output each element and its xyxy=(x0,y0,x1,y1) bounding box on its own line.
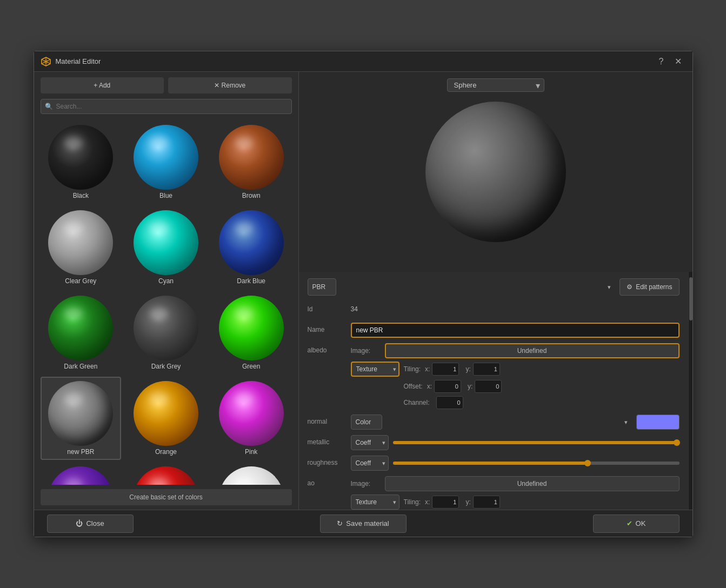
ok-button[interactable]: ✔ OK xyxy=(593,514,680,533)
material-sphere-blue xyxy=(134,125,198,190)
material-label-blue: Blue xyxy=(159,192,172,199)
name-label: Name xyxy=(308,323,351,333)
ao-tiling-y-label: y: xyxy=(465,498,470,506)
ao-row: ao Image: Undefined Texture xyxy=(308,476,680,510)
ao-texture-select[interactable]: Texture xyxy=(351,495,399,510)
ao-tiling-x-input[interactable] xyxy=(432,496,459,509)
roughness-type-select[interactable]: Coeff Texture xyxy=(351,456,389,471)
add-material-button[interactable]: + Add xyxy=(41,77,164,93)
material-label-pink: Pink xyxy=(245,448,257,456)
save-label: Save material xyxy=(346,519,389,527)
create-basic-set-button[interactable]: Create basic set of colors xyxy=(41,489,292,505)
right-scrollbar[interactable] xyxy=(688,272,692,510)
main-content: + Add ✕ Remove 🔍 BlackBlueBrownClear Gre… xyxy=(34,72,692,510)
albedo-row: albedo Image: Undefined xyxy=(308,343,680,409)
edit-patterns-label: Edit patterns xyxy=(636,283,672,291)
material-item-newpbr[interactable]: new PBR xyxy=(41,377,122,460)
ao-texture-tiling-row: Texture ▾ Tiling: x: y: xyxy=(351,495,680,510)
material-item-brown[interactable]: Brown xyxy=(211,121,292,204)
material-item-cyan[interactable]: Cyan xyxy=(125,206,207,289)
tiling-row: Tiling: x: y: xyxy=(404,363,500,376)
titlebar: Material Editor ? ✕ xyxy=(34,51,692,72)
metallic-slider-track[interactable] xyxy=(393,441,680,444)
save-material-button[interactable]: ↻ Save material xyxy=(320,514,407,533)
material-sphere-cyan xyxy=(134,210,198,275)
normal-type-select[interactable]: Color Texture xyxy=(351,415,382,430)
offset-x-input[interactable] xyxy=(434,380,461,393)
ao-tiling-y-input[interactable] xyxy=(473,496,500,509)
tiling-y-input[interactable] xyxy=(473,363,500,376)
roughness-slider-track[interactable] xyxy=(393,462,680,465)
normal-section: Color Texture ▾ xyxy=(351,415,680,430)
material-item-black[interactable]: Black xyxy=(41,121,122,204)
material-label-darkgrey: Dark Grey xyxy=(151,363,181,370)
material-item-white[interactable]: White xyxy=(211,462,292,485)
close-window-button[interactable]: ✕ xyxy=(670,54,686,69)
material-sphere-darkgrey xyxy=(134,296,198,360)
material-item-pink[interactable]: Pink xyxy=(211,377,292,460)
image-label: Image: xyxy=(351,347,381,355)
roughness-label: roughness xyxy=(308,456,351,466)
material-label-green: Green xyxy=(242,363,260,370)
albedo-image-button[interactable]: Undefined xyxy=(385,343,680,358)
roughness-slider-thumb xyxy=(584,460,591,466)
remove-material-button[interactable]: ✕ Remove xyxy=(168,77,292,93)
normal-color-swatch[interactable] xyxy=(636,415,680,430)
search-bar: 🔍 xyxy=(41,99,292,114)
material-item-darkgreen[interactable]: Dark Green xyxy=(41,291,122,375)
help-button[interactable]: ? xyxy=(655,55,668,69)
metallic-slider-thumb xyxy=(674,439,680,446)
material-item-red[interactable]: Red xyxy=(125,462,207,485)
window-title: Material Editor xyxy=(56,57,652,65)
albedo-section: Image: Undefined Texture xyxy=(351,343,680,409)
shape-dropdown[interactable]: Sphere Cube Cylinder Plane xyxy=(447,78,544,92)
material-sphere-cleargrey xyxy=(48,210,113,275)
gear-icon: ⚙ xyxy=(627,283,632,291)
material-item-orange[interactable]: Orange xyxy=(125,377,207,460)
material-sphere-red xyxy=(134,466,198,485)
close-button[interactable]: ⏻ Close xyxy=(47,514,134,533)
scrollbar-thumb xyxy=(689,277,692,320)
ao-section: Image: Undefined Texture ▾ xyxy=(351,476,680,510)
shader-type-select[interactable]: PBR Phong Unlit xyxy=(308,278,336,296)
search-input[interactable] xyxy=(41,99,292,114)
tiling-x-label: x: xyxy=(425,365,430,373)
bottom-bar: ⏻ Close ↻ Save material ✔ OK xyxy=(34,510,692,537)
material-item-cleargrey[interactable]: Clear Grey xyxy=(41,206,122,289)
channel-row: Channel: xyxy=(351,396,680,409)
name-row: Name xyxy=(308,323,680,338)
preview-header: Sphere Cube Cylinder Plane ▾ xyxy=(299,78,692,92)
material-item-green[interactable]: Green xyxy=(211,291,292,375)
material-item-blue[interactable]: Blue xyxy=(125,121,207,204)
ao-tiling-label: Tiling: xyxy=(404,498,421,506)
right-panel: Sphere Cube Cylinder Plane ▾ xyxy=(299,72,692,510)
channel-label: Channel: xyxy=(404,399,430,406)
ao-image-row: Image: Undefined xyxy=(351,476,680,491)
material-label-cleargrey: Clear Grey xyxy=(65,277,96,285)
save-icon: ↻ xyxy=(337,519,343,527)
material-sphere-darkgreen xyxy=(48,296,113,360)
tiling-x-input[interactable] xyxy=(432,363,459,376)
offset-y-label: y: xyxy=(468,383,472,390)
material-label-darkgreen: Dark Green xyxy=(64,363,97,370)
app-icon xyxy=(41,56,51,67)
ao-image-button[interactable]: Undefined xyxy=(385,476,680,491)
material-item-darkblue[interactable]: Dark Blue xyxy=(211,206,292,289)
tiling-y-label: y: xyxy=(465,365,470,373)
material-grid: BlackBlueBrownClear GreyCyanDark BlueDar… xyxy=(34,118,298,485)
metallic-row: metallic Coeff Texture ▾ xyxy=(308,435,680,450)
texture-dropdown-wrap: Texture ▾ xyxy=(351,362,399,377)
texture-select[interactable]: Texture xyxy=(351,362,399,377)
offset-x-label: x: xyxy=(427,383,432,390)
material-sphere-pink xyxy=(219,381,284,446)
metallic-section: Coeff Texture ▾ xyxy=(351,435,680,450)
offset-y-input[interactable] xyxy=(475,380,502,393)
edit-patterns-button[interactable]: ⚙ Edit patterns xyxy=(620,278,679,296)
name-input[interactable] xyxy=(351,323,680,338)
material-item-darkgrey[interactable]: Dark Grey xyxy=(125,291,207,375)
channel-input[interactable] xyxy=(436,396,463,409)
material-item-purple[interactable]: Purple xyxy=(41,462,122,485)
material-preview-sphere xyxy=(425,102,566,242)
roughness-section: Coeff Texture ▾ xyxy=(351,456,680,471)
metallic-type-select[interactable]: Coeff Texture xyxy=(351,435,389,450)
